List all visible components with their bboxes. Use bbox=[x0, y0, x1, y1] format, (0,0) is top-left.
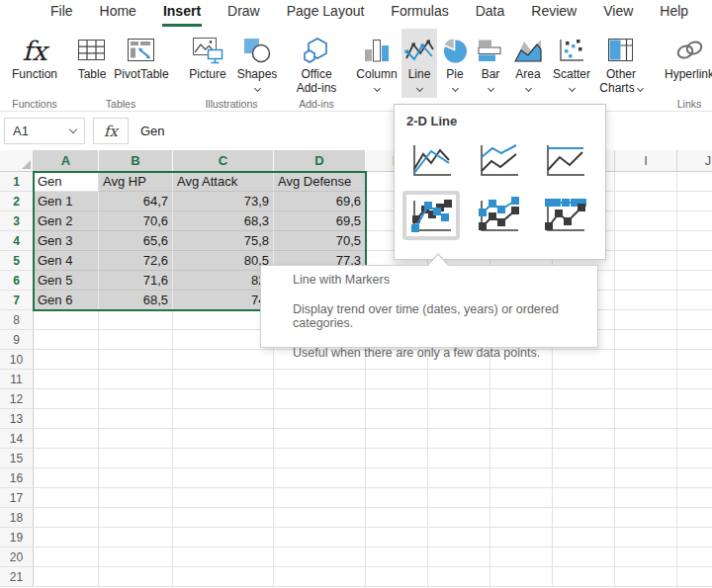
cell-B10[interactable] bbox=[99, 350, 173, 370]
row-header-7[interactable]: 7 bbox=[0, 291, 34, 310]
cell-C12[interactable] bbox=[173, 389, 274, 409]
cell-I11[interactable] bbox=[615, 370, 677, 389]
cell-A2[interactable]: Gen 1 bbox=[34, 192, 99, 211]
row-header-9[interactable]: 9 bbox=[0, 330, 34, 350]
cell-B15[interactable] bbox=[99, 449, 173, 468]
row-header-12[interactable]: 12 bbox=[0, 389, 34, 409]
cell-H16[interactable] bbox=[553, 468, 615, 488]
cell-B3[interactable]: 70,6 bbox=[99, 211, 173, 231]
cell-C8[interactable] bbox=[173, 310, 274, 330]
row-header-18[interactable]: 18 bbox=[0, 508, 34, 528]
cell-J6[interactable] bbox=[677, 271, 712, 291]
cell-H15[interactable] bbox=[553, 449, 615, 468]
cell-I16[interactable] bbox=[615, 468, 677, 488]
cell-I12[interactable] bbox=[615, 389, 677, 409]
menu-insert[interactable]: Insert bbox=[162, 0, 202, 27]
cell-A20[interactable] bbox=[34, 547, 99, 567]
cell-A8[interactable] bbox=[34, 310, 99, 330]
100-stacked-line-chart-option[interactable] bbox=[536, 135, 593, 185]
function-button[interactable]: fx Function bbox=[10, 29, 59, 98]
cell-D13[interactable] bbox=[274, 409, 366, 429]
cell-J9[interactable] bbox=[677, 330, 712, 350]
cell-C11[interactable] bbox=[173, 370, 274, 389]
cell-J1[interactable] bbox=[677, 172, 712, 192]
cell-G17[interactable] bbox=[490, 488, 553, 508]
cell-A13[interactable] bbox=[34, 409, 99, 429]
line-chart-option[interactable] bbox=[402, 135, 460, 185]
cell-H12[interactable] bbox=[553, 389, 615, 409]
cell-C9[interactable] bbox=[173, 330, 274, 350]
cell-D18[interactable] bbox=[274, 508, 366, 528]
cell-F18[interactable] bbox=[428, 508, 490, 528]
cell-C15[interactable] bbox=[173, 449, 274, 468]
cell-I13[interactable] bbox=[615, 409, 677, 429]
cell-A4[interactable]: Gen 3 bbox=[34, 231, 99, 251]
column-header-D[interactable]: D bbox=[274, 150, 366, 172]
cell-F11[interactable] bbox=[428, 370, 490, 389]
cell-B4[interactable]: 65,6 bbox=[99, 231, 173, 251]
pivottable-button[interactable]: PivotTable bbox=[113, 29, 170, 98]
cell-F15[interactable] bbox=[428, 449, 490, 468]
row-header-13[interactable]: 13 bbox=[0, 409, 34, 429]
cell-E16[interactable] bbox=[366, 468, 428, 488]
scatter-chart-button[interactable]: Scatter bbox=[548, 29, 595, 98]
cell-J8[interactable] bbox=[677, 310, 712, 330]
cell-J17[interactable] bbox=[677, 488, 712, 508]
cell-G13[interactable] bbox=[490, 409, 553, 429]
cell-F12[interactable] bbox=[428, 389, 490, 409]
cell-F14[interactable] bbox=[428, 429, 490, 449]
line-with-markers-chart-option[interactable] bbox=[402, 191, 460, 240]
cell-A9[interactable] bbox=[34, 330, 99, 350]
cell-I4[interactable] bbox=[615, 231, 677, 251]
cell-J12[interactable] bbox=[677, 389, 712, 409]
cell-D16[interactable] bbox=[274, 468, 366, 488]
cell-E11[interactable] bbox=[366, 370, 428, 389]
cell-H18[interactable] bbox=[553, 508, 615, 528]
cell-G16[interactable] bbox=[490, 468, 553, 488]
cell-H19[interactable] bbox=[553, 528, 615, 547]
cell-B14[interactable] bbox=[99, 429, 173, 449]
shapes-button[interactable]: Shapes bbox=[233, 29, 281, 98]
cell-B17[interactable] bbox=[99, 488, 173, 508]
column-header-I[interactable]: I bbox=[615, 150, 677, 172]
cell-D2[interactable]: 69,6 bbox=[274, 192, 366, 211]
cell-I21[interactable] bbox=[615, 567, 677, 587]
cell-C5[interactable]: 80,5 bbox=[173, 251, 274, 271]
cell-G19[interactable] bbox=[490, 528, 553, 547]
menu-home[interactable]: Home bbox=[99, 0, 137, 27]
other-charts-button[interactable]: Other Charts bbox=[595, 29, 647, 98]
cell-E12[interactable] bbox=[366, 389, 428, 409]
cell-D17[interactable] bbox=[274, 488, 366, 508]
cell-G21[interactable] bbox=[490, 567, 553, 587]
row-header-4[interactable]: 4 bbox=[0, 231, 34, 251]
cell-C19[interactable] bbox=[173, 528, 274, 547]
cell-J20[interactable] bbox=[677, 547, 712, 567]
cell-A14[interactable] bbox=[34, 429, 99, 449]
cell-D21[interactable] bbox=[274, 567, 366, 587]
row-header-5[interactable]: 5 bbox=[0, 251, 34, 271]
row-header-2[interactable]: 2 bbox=[0, 192, 34, 211]
cell-B13[interactable] bbox=[99, 409, 173, 429]
cell-B9[interactable] bbox=[99, 330, 173, 350]
column-header-A[interactable]: A bbox=[34, 150, 99, 172]
cell-J14[interactable] bbox=[677, 429, 712, 449]
cell-E21[interactable] bbox=[366, 567, 428, 587]
row-header-21[interactable]: 21 bbox=[0, 567, 34, 587]
pie-chart-button[interactable]: Pie bbox=[437, 29, 473, 98]
cell-D15[interactable] bbox=[274, 449, 366, 468]
cell-D1[interactable]: Avg Defense bbox=[274, 172, 366, 192]
cell-I6[interactable] bbox=[615, 271, 677, 291]
cell-B18[interactable] bbox=[99, 508, 173, 528]
name-box[interactable]: A1 bbox=[4, 118, 85, 144]
stacked-line-with-markers-chart-option[interactable] bbox=[470, 191, 527, 240]
cell-A12[interactable] bbox=[34, 389, 99, 409]
cell-D20[interactable] bbox=[274, 547, 366, 567]
cell-E13[interactable] bbox=[366, 409, 428, 429]
cell-D3[interactable]: 69,5 bbox=[274, 211, 366, 231]
menu-draw[interactable]: Draw bbox=[226, 0, 261, 27]
cell-J10[interactable] bbox=[677, 350, 712, 370]
cell-A10[interactable] bbox=[34, 350, 99, 370]
cell-H13[interactable] bbox=[553, 409, 615, 429]
cell-D14[interactable] bbox=[274, 429, 366, 449]
row-header-19[interactable]: 19 bbox=[0, 528, 34, 547]
